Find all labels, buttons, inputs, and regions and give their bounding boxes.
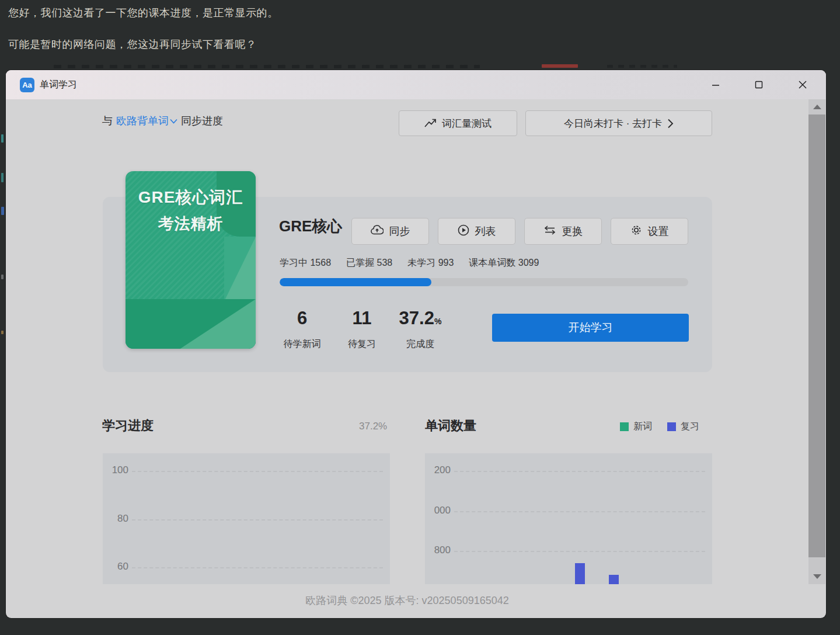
occluded-red-text-artifact	[542, 64, 578, 68]
review-bar	[575, 563, 585, 584]
legend-复习[interactable]: 复习	[667, 421, 699, 433]
app-icon: Aa	[20, 78, 34, 92]
y-tick-label: 100	[107, 464, 128, 476]
y-tick-label: 80	[107, 513, 128, 525]
occluded-ui-speck	[1, 134, 4, 143]
cover-title-line1: GRE核心词汇	[126, 186, 256, 209]
occluded-text-artifact	[607, 65, 677, 68]
gridline	[454, 471, 705, 472]
stat-已掌握: 已掌握 538	[346, 257, 392, 269]
occluded-ui-speck	[1, 331, 4, 334]
progress-line-chart: 1008060	[103, 453, 390, 584]
chat-message-1: 您好，我们这边看了一下您的课本进度，是正常显示的。	[8, 6, 278, 20]
words-chart-title: 单词数量	[425, 417, 476, 435]
cover-shape	[224, 237, 256, 300]
start-learning-button[interactable]: 开始学习	[492, 314, 689, 342]
swap-icon	[543, 225, 556, 238]
minimize-icon	[712, 81, 720, 89]
sync-progress-row: 与 欧路背单词 同步进度	[102, 114, 223, 128]
progress-bar-fill	[280, 278, 431, 286]
gear-icon	[630, 224, 642, 239]
words-chart-legend: 新词复习	[620, 421, 699, 433]
sync-prefix-label: 与	[102, 114, 113, 128]
stat-未学习: 未学习 993	[407, 257, 454, 269]
book-stats-row: 学习中 1568已掌握 538未学习 993课本单词数 3099	[280, 257, 539, 269]
words-bar-chart: 200000800	[425, 453, 712, 584]
book-action-更换[interactable]: 更换	[524, 218, 602, 245]
arrow-down-icon	[813, 574, 821, 579]
gridline	[454, 551, 705, 552]
scrollbar-down-button[interactable]	[808, 569, 825, 584]
progress-chart-value: 37.2%	[359, 421, 387, 432]
maximize-icon	[755, 81, 763, 89]
footer-version-text: 欧路词典 ©2025 版本号: v20250509165042	[6, 594, 808, 608]
word-learning-window: Aa 单词学习 与 欧路背单词 同步进度 词	[6, 70, 826, 618]
chevron-down-icon	[170, 119, 177, 124]
review-bar	[609, 575, 619, 584]
legend-新词[interactable]: 新词	[620, 421, 652, 433]
progress-bar	[280, 278, 688, 286]
y-tick-label: 000	[430, 505, 451, 516]
maximize-button[interactable]	[746, 76, 772, 93]
legend-swatch	[667, 422, 676, 431]
stat-课本单词数: 课本单词数 3099	[469, 257, 539, 269]
window-title: 单词学习	[40, 79, 77, 91]
book-action-同步[interactable]: 同步	[351, 218, 429, 245]
stat-学习中: 学习中 1568	[280, 257, 331, 269]
occluded-text-artifact	[54, 65, 480, 68]
counter-待学新词: 6待学新词	[271, 308, 333, 351]
gridline	[132, 519, 383, 521]
y-tick-label: 800	[430, 544, 451, 556]
chevron-right-icon	[667, 119, 674, 129]
counter-待复习: 11待复习	[333, 308, 391, 351]
minimize-button[interactable]	[703, 76, 729, 93]
scrollbar-thumb[interactable]	[808, 114, 825, 557]
book-action-设置[interactable]: 设置	[611, 218, 688, 245]
y-tick-label: 200	[430, 464, 451, 476]
dict-selector-dropdown[interactable]: 欧路背单词	[116, 114, 177, 128]
gridline	[132, 471, 383, 472]
book-title: GRE核心	[279, 216, 342, 237]
chat-message-2: 可能是暂时的网络问题，您这边再同步试下看看呢？	[8, 37, 257, 51]
vocab-test-button[interactable]: 词汇量测试	[399, 110, 517, 136]
occluded-ui-speck	[1, 207, 4, 215]
scrollbar-up-button[interactable]	[808, 99, 825, 114]
arrow-up-icon	[813, 105, 821, 109]
legend-swatch	[620, 422, 629, 431]
counter-完成度: 37.2%完成度	[388, 308, 452, 351]
play-circle-icon	[458, 224, 469, 239]
occluded-ui-speck	[1, 173, 4, 182]
cover-title-line2: 考法精析	[126, 213, 256, 234]
cover-shape	[126, 299, 256, 349]
sync-suffix-label: 同步进度	[181, 114, 223, 128]
y-tick-label: 60	[107, 561, 128, 572]
titlebar[interactable]: Aa 单词学习	[6, 70, 826, 99]
gridline	[454, 511, 705, 512]
gridline	[132, 567, 383, 568]
close-button[interactable]	[790, 76, 815, 93]
book-cover[interactable]: GRE核心词汇 考法精析	[126, 171, 256, 349]
trending-up-icon	[424, 118, 437, 129]
close-icon	[799, 81, 807, 89]
cloud-sync-icon	[371, 225, 384, 238]
occluded-ui-speck	[1, 275, 4, 279]
book-action-列表[interactable]: 列表	[438, 218, 515, 245]
checkin-button[interactable]: 今日尚未打卡 · 去打卡	[525, 110, 712, 136]
screen: 您好，我们这边看了一下您的课本进度，是正常显示的。 可能是暂时的网络问题，您这边…	[0, 0, 840, 635]
progress-chart-title: 学习进度	[102, 417, 154, 435]
